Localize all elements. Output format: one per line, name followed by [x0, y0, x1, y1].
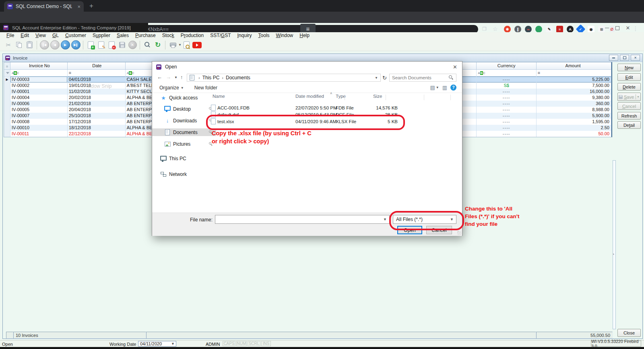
organize-button[interactable]: Organize — [159, 85, 179, 91]
dialog-back-icon[interactable]: ← — [157, 74, 162, 80]
delete-button[interactable]: Delete — [617, 83, 641, 91]
file-name-dropdown-icon[interactable]: ▼ — [383, 217, 387, 221]
column-header-invoice-no[interactable]: Invoice No — [10, 62, 68, 70]
help-icon[interactable]: ? — [450, 85, 456, 91]
menu-item-sales[interactable]: Sales — [114, 32, 132, 39]
invoice-minimize-icon[interactable] — [609, 55, 618, 61]
new-folder-button[interactable]: New folder — [194, 85, 217, 91]
marker-extension-icon[interactable]: ✎ — [546, 26, 553, 33]
dialog-refresh-icon[interactable]: ↻ — [382, 75, 387, 81]
dialog-close-icon[interactable]: ✕ — [453, 64, 457, 70]
dialog-up-icon[interactable]: ↑ — [180, 74, 183, 80]
menu-item-sst-gst[interactable]: SST/GST — [207, 32, 234, 39]
save-clipboard-icon[interactable]: ❐ — [482, 26, 487, 32]
new-tab-button[interactable]: + — [89, 2, 93, 10]
column-header-amount[interactable]: Amount — [537, 62, 611, 70]
working-date-value: 04/11/2020 — [140, 341, 162, 346]
minimize-icon[interactable] — [603, 25, 611, 31]
file-row-acc-0001-fdb[interactable]: ACC-0001.FDB22/07/2020 5:50 PMFDB File14… — [204, 104, 454, 111]
filter-funnel-icon[interactable] — [4, 70, 10, 76]
edit-record-icon[interactable]: ✎ — [96, 40, 106, 50]
bookmark-star-icon[interactable]: ☆ — [493, 26, 498, 32]
sidebar-item-this-pc[interactable]: This PC — [152, 155, 212, 163]
invoice-close-icon[interactable]: ✕ — [631, 55, 640, 61]
new-record-icon[interactable]: + — [85, 40, 96, 50]
column-header-currency[interactable]: Currency — [477, 62, 537, 70]
filter-amount[interactable]: = — [537, 70, 611, 76]
adblock-icon[interactable]: ✱ — [504, 26, 511, 33]
address-dropdown-icon[interactable]: ▼ — [375, 76, 378, 80]
close-button[interactable]: Close — [617, 329, 641, 337]
menu-item-stock[interactable]: Stock — [159, 32, 178, 39]
working-date-select[interactable]: 04/11/2020 ▼ — [138, 341, 176, 347]
red-notebook-extension-icon[interactable]: ≡ — [556, 26, 563, 33]
menu-item-edit[interactable]: Edit — [17, 32, 32, 39]
maximize-icon[interactable] — [613, 25, 621, 31]
next-record-icon[interactable]: ▶ — [60, 40, 70, 50]
sidebar-item-label: This PC — [169, 156, 186, 161]
cell-invoice-no: IV-00003 — [10, 76, 68, 83]
browser-menu-icon[interactable]: ⋮ — [633, 25, 638, 32]
view-dropdown-icon[interactable]: ▼ — [436, 86, 439, 89]
close-window-icon[interactable]: ✕ — [624, 25, 632, 31]
column-header-date[interactable]: Date — [68, 62, 126, 70]
file-column-header-date-modified[interactable]: Date modified — [295, 94, 324, 99]
pause-extension-icon[interactable]: ∥ — [514, 26, 521, 33]
a-circle-extension-icon[interactable]: A — [567, 26, 574, 33]
youtube-icon[interactable] — [192, 40, 202, 50]
menu-item-supplier[interactable]: Supplier — [89, 32, 114, 39]
detail-splitter[interactable]: › — [613, 160, 616, 329]
breadcrumb-documents[interactable]: Documents — [226, 75, 250, 81]
resize-grip[interactable] — [457, 231, 461, 235]
menu-item-window[interactable]: Window — [273, 32, 297, 39]
menu-item-tools[interactable]: Tools — [255, 32, 273, 39]
green-dot-extension-icon[interactable] — [535, 26, 542, 33]
dialog-address-bar[interactable]: › This PC › Documents ▼ — [187, 74, 381, 82]
mask-extension-icon[interactable]: ∞ — [525, 26, 532, 33]
invoice-window-title-bar[interactable]: Invoice — [3, 54, 642, 62]
list-view-icon[interactable]: ▤ — [430, 85, 435, 91]
dialog-history-chevron-icon[interactable]: ▼ — [174, 76, 178, 79]
breadcrumb-this-pc[interactable]: This PC — [202, 75, 220, 81]
filetype-annotation: Change this to 'AllFiles (*.*)' if you c… — [465, 205, 519, 228]
cell-amount: 1,595.00 — [537, 119, 611, 125]
detail-button[interactable]: Detail — [617, 121, 641, 129]
sidebar-item-network[interactable]: Network — [152, 171, 212, 178]
menu-item-gl[interactable]: GL — [49, 32, 62, 39]
dialog-title-bar[interactable]: Open — [152, 62, 462, 72]
menu-item-help[interactable]: Help — [296, 32, 313, 39]
edit-button[interactable]: Edit — [617, 73, 641, 81]
delete-record-icon[interactable]: − — [106, 40, 117, 50]
refresh-button[interactable]: Refresh — [617, 112, 641, 120]
print-icon[interactable] — [167, 40, 178, 50]
search-icon[interactable] — [142, 40, 153, 50]
file-column-header-size[interactable]: Size — [373, 94, 382, 99]
menu-item-purchase[interactable]: Purchase — [132, 32, 159, 39]
browser-tab[interactable]: SQL Connect Demo - SQL ACC × — [4, 1, 84, 12]
menu-item-inquiry[interactable]: Inquiry — [234, 32, 255, 39]
tab-title: SQL Connect Demo - SQL ACC — [16, 4, 72, 9]
preview-pane-icon[interactable]: ▥ — [442, 85, 447, 91]
print-dropdown-icon[interactable]: ▼ — [178, 43, 182, 47]
filter-invoice-no[interactable]: ABC — [10, 70, 68, 76]
close-tab-icon[interactable]: × — [77, 4, 80, 10]
menu-item-production[interactable]: Production — [178, 32, 207, 39]
preview-icon[interactable] — [182, 40, 192, 50]
invoice-restore-icon[interactable] — [620, 55, 629, 61]
cat-box-extension-icon[interactable]: ◉ — [588, 26, 594, 33]
menu-item-file[interactable]: File — [3, 32, 17, 39]
cell-amount: 2.50 — [537, 125, 611, 131]
file-column-header-name[interactable]: Name — [213, 94, 225, 99]
sidebar-item-quick-access[interactable]: ★Quick access — [152, 94, 212, 102]
new-button[interactable]: New — [617, 64, 641, 71]
dialog-search-input[interactable]: Search Documents — [389, 74, 456, 82]
filter-currency[interactable]: ABC — [477, 70, 537, 76]
working-date-dropdown-icon[interactable]: ▼ — [171, 342, 175, 346]
filter-date[interactable]: = — [68, 70, 126, 76]
file-name-input[interactable]: ▼ — [215, 215, 390, 224]
refresh-icon[interactable]: ↻ — [153, 40, 163, 50]
menu-item-view[interactable]: View — [32, 32, 49, 39]
dialog-forward-icon[interactable]: → — [166, 74, 171, 80]
menu-item-customer[interactable]: Customer — [62, 32, 89, 39]
last-record-icon[interactable]: ▶ — [70, 40, 81, 50]
